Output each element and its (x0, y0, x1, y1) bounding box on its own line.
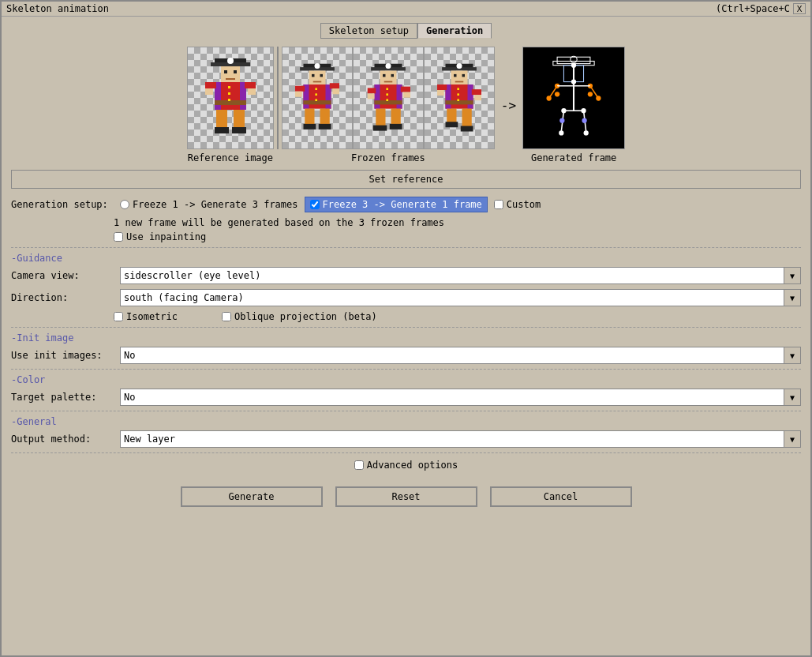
svg-rect-42 (303, 123, 316, 129)
svg-point-2 (227, 58, 234, 64)
target-palette-select[interactable]: NoYes (120, 389, 801, 406)
reset-button[interactable]: Reset (335, 486, 477, 507)
svg-rect-17 (248, 88, 256, 95)
gen-option-3-check[interactable] (494, 200, 503, 209)
gen-info-text: 1 new frame will be generated based on t… (114, 217, 801, 228)
svg-rect-11 (228, 86, 230, 88)
advanced-options-label: Advanced options (367, 460, 458, 471)
output-method-select[interactable]: New layerCurrent layerNew image (120, 430, 801, 448)
tab-generation[interactable]: Generation (417, 23, 492, 39)
preview-divider (277, 47, 279, 149)
use-inpainting-checkbox[interactable] (114, 232, 123, 242)
svg-point-112 (596, 96, 601, 100)
output-method-dropdown-wrapper: New layerCurrent layerNew image ▼ (120, 430, 801, 448)
svg-rect-41 (320, 108, 329, 126)
reference-section: Reference image (187, 47, 274, 163)
svg-rect-72 (455, 81, 464, 82)
camera-view-select[interactable]: sidescroller (eye level)top-downisometri… (120, 267, 801, 284)
svg-rect-49 (391, 73, 394, 77)
svg-rect-34 (315, 93, 317, 96)
svg-rect-21 (232, 127, 246, 133)
gen-option-2-label: Freeze 3 -> Generate 1 frame (323, 199, 482, 210)
init-image-section-title: -Init image (11, 332, 801, 344)
close-button[interactable]: X (793, 3, 806, 14)
svg-point-108 (582, 118, 587, 122)
use-inpainting-option[interactable]: Use inpainting (114, 231, 206, 242)
svg-rect-20 (215, 127, 229, 133)
svg-rect-28 (313, 81, 322, 82)
svg-rect-83 (474, 95, 481, 100)
reference-label: Reference image (188, 152, 273, 163)
gen-option-1-radio[interactable] (120, 200, 129, 209)
arrow-indicator: -> (501, 98, 516, 113)
svg-rect-4 (224, 70, 227, 73)
frozen-frame-2 (353, 47, 424, 149)
svg-rect-33 (315, 88, 317, 90)
bottom-buttons: Generate Reset Cancel (11, 480, 801, 513)
content-area: Skeleton setup Generation (2, 17, 810, 520)
title-bar: Skeleton animation (Ctrl+Space+C X (2, 2, 810, 17)
svg-rect-16 (205, 88, 213, 95)
generated-sprite (538, 53, 609, 144)
preview-area: Reference image (11, 47, 801, 163)
svg-point-107 (559, 118, 564, 122)
advanced-options-option[interactable]: Advanced options (354, 460, 458, 471)
gen-option-1-label: Freeze 1 -> Generate 3 frames (133, 199, 298, 210)
gen-option-2[interactable]: Freeze 3 -> Generate 1 frame (305, 197, 488, 212)
svg-rect-15 (245, 82, 256, 88)
svg-point-24 (314, 62, 320, 68)
svg-point-97 (588, 92, 593, 96)
svg-rect-78 (457, 93, 459, 96)
set-reference-button[interactable]: Set reference (11, 170, 801, 189)
init-image-divider (11, 327, 801, 328)
advanced-options-checkbox[interactable] (354, 460, 364, 470)
tab-skeleton-setup[interactable]: Skeleton setup (320, 23, 417, 39)
svg-rect-50 (384, 81, 393, 82)
frozen-frame-3 (424, 47, 495, 149)
direction-row: Direction: south (facing Camera)northeas… (11, 289, 801, 306)
gen-option-2-check[interactable] (310, 200, 320, 209)
svg-rect-43 (319, 123, 331, 129)
isometric-option[interactable]: Isometric (114, 311, 178, 322)
guidance-divider (11, 247, 801, 248)
frozen-sprite-2 (361, 57, 416, 140)
gen-option-3[interactable]: Custom (494, 199, 541, 210)
oblique-checkbox[interactable] (222, 312, 231, 321)
frozen-label: Frozen frames (351, 152, 425, 163)
svg-rect-27 (320, 73, 323, 77)
svg-point-111 (547, 96, 552, 100)
generation-setup-row: Generation setup: Freeze 1 -> Generate 3… (11, 197, 801, 212)
oblique-label: Oblique projection (beta) (234, 311, 377, 322)
direction-select[interactable]: south (facing Camera)northeastwest (120, 289, 801, 306)
svg-rect-79 (457, 99, 459, 101)
generation-setup-label: Generation setup: (11, 199, 114, 210)
general-section-title: -General (11, 416, 801, 427)
svg-rect-65 (390, 123, 402, 129)
output-method-row: Output method: New layerCurrent layerNew… (11, 430, 801, 448)
output-method-label: Output method: (11, 434, 114, 445)
target-palette-dropdown-wrapper: NoYes ▼ (120, 389, 801, 406)
generated-label: Generated frame (531, 152, 616, 163)
camera-view-row: Camera view: sidescroller (eye level)top… (11, 267, 801, 284)
frozen-sprite-3 (432, 57, 487, 140)
cancel-button[interactable]: Cancel (490, 486, 632, 507)
svg-rect-85 (462, 108, 471, 128)
svg-rect-59 (401, 86, 410, 92)
generate-button[interactable]: Generate (181, 486, 323, 507)
svg-rect-18 (216, 110, 227, 130)
svg-rect-40 (305, 108, 314, 126)
gen-option-1[interactable]: Freeze 1 -> Generate 3 frames (120, 199, 298, 210)
color-divider (11, 369, 801, 370)
use-init-row: Use init images: NoYes ▼ (11, 347, 801, 364)
svg-rect-61 (403, 92, 410, 97)
oblique-option[interactable]: Oblique projection (beta) (222, 311, 377, 322)
svg-rect-13 (228, 99, 230, 101)
svg-rect-56 (386, 93, 388, 96)
use-init-select[interactable]: NoYes (120, 347, 801, 364)
svg-rect-57 (386, 99, 388, 101)
guidance-section-title: -Guidance (11, 253, 801, 264)
svg-rect-37 (330, 83, 339, 88)
gen-option-3-label: Custom (507, 199, 541, 210)
reference-image-box (187, 47, 274, 149)
isometric-checkbox[interactable] (114, 312, 123, 321)
